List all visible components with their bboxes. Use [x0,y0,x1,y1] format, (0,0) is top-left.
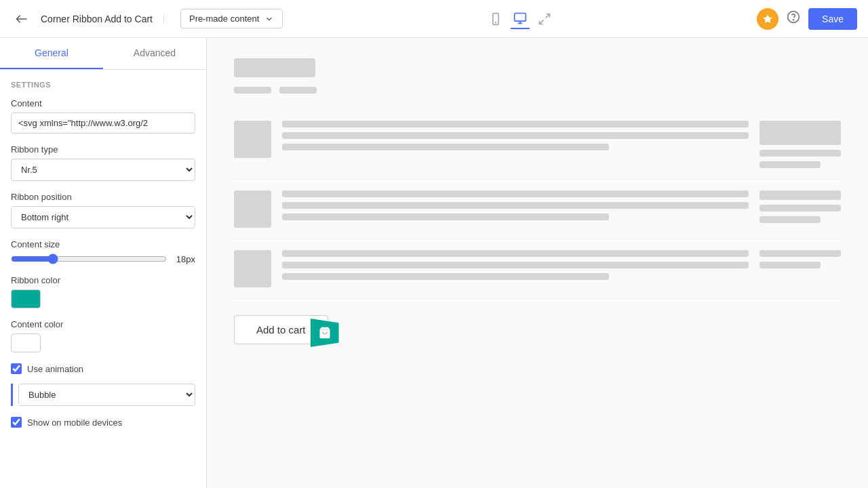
product-side-line [760,250,841,257]
sidebar-content: SETTINGS Content Ribbon type Nr.5 Ribbon… [0,70,206,488]
topbar: Corner Ribbon Add to Cart Pre-made conte… [0,0,868,38]
product-row [234,110,841,180]
product-line [282,214,609,220]
back-button[interactable] [11,8,33,30]
desktop-icon[interactable] [511,9,530,29]
product-side-block [760,121,841,145]
premade-content-dropdown[interactable]: Pre-made content [180,9,283,28]
product-line [282,132,749,139]
content-color-label: Content color [11,319,195,329]
svg-rect-3 [514,13,526,21]
preview-area: Add to cart [207,38,868,488]
skeleton-tabs [234,87,841,94]
content-size-slider[interactable] [11,253,167,264]
ribbon-badge [311,319,339,347]
product-side-line [760,150,841,157]
show-mobile-row: Show on mobile devices [11,417,195,428]
use-animation-label: Use animation [27,364,83,374]
star-button[interactable] [757,8,778,30]
content-input[interactable] [11,113,195,134]
product-line [282,202,749,209]
product-thumb [234,190,271,228]
product-lines [282,250,749,280]
content-size-value: 18px [174,254,195,264]
product-row [234,180,841,239]
product-side [760,121,841,168]
content-color-field-group: Content color [11,319,195,352]
product-line [282,262,749,268]
content-field-group: Content [11,98,195,134]
product-side-line [760,262,821,268]
ribbon-type-label: Ribbon type [11,144,195,155]
cart-icon [318,326,332,340]
mobile-icon[interactable] [486,9,505,28]
skeleton-title [234,58,315,77]
show-mobile-checkbox[interactable] [11,417,22,428]
main-layout: General Advanced SETTINGS Content Ribbon… [0,38,868,488]
help-button[interactable] [787,10,800,27]
product-side [760,190,841,223]
content-size-slider-row: 18px [11,253,195,264]
product-side-line [760,205,841,211]
device-icons [486,9,554,29]
product-thumb [234,121,271,158]
content-color-swatch[interactable] [11,333,41,352]
product-line [282,144,609,150]
content-label: Content [11,98,195,108]
ribbon-type-field-group: Ribbon type Nr.5 [11,144,195,181]
show-mobile-label: Show on mobile devices [27,418,122,428]
sidebar-tabs: General Advanced [0,38,206,70]
content-size-label: Content size [11,239,195,249]
product-lines [282,121,749,150]
dropdown-label: Pre-made content [189,14,259,24]
ribbon-position-select[interactable]: Bottom right [11,206,195,228]
add-to-cart-area: Add to cart [234,315,328,344]
animation-type-select[interactable]: Bubble [18,384,195,406]
product-thumb [234,250,271,287]
ribbon-color-field-group: Ribbon color [11,275,195,308]
expand-icon[interactable] [535,9,554,28]
product-line [282,250,749,257]
ribbon-type-select[interactable]: Nr.5 [11,159,195,181]
save-button[interactable]: Save [808,8,857,30]
tab-general[interactable]: General [0,38,103,69]
ribbon-color-swatch[interactable] [11,289,41,308]
ribbon-color-label: Ribbon color [11,275,195,285]
skeleton-tab-1 [234,87,271,94]
sidebar: General Advanced SETTINGS Content Ribbon… [0,38,207,488]
use-animation-checkbox[interactable] [11,363,22,374]
tab-advanced[interactable]: Advanced [103,38,206,69]
ribbon-position-field-group: Ribbon position Bottom right [11,192,195,228]
product-side [760,250,841,268]
product-row [234,239,841,299]
product-line [282,190,749,197]
topbar-right: Save [757,8,857,30]
product-side-line [760,216,821,223]
page-title: Corner Ribbon Add to Cart [41,14,164,24]
product-line [282,273,609,280]
settings-label: SETTINGS [11,81,195,89]
use-animation-row: Use animation [11,363,195,374]
product-side-line [760,161,821,168]
animation-type-field-group: Bubble [11,384,195,406]
product-list [234,110,841,299]
content-size-field-group: Content size 18px [11,239,195,264]
ribbon-position-label: Ribbon position [11,192,195,202]
product-side-line [760,190,841,200]
skeleton-tab-2 [279,87,317,94]
product-line [282,121,749,127]
product-lines [282,190,749,220]
